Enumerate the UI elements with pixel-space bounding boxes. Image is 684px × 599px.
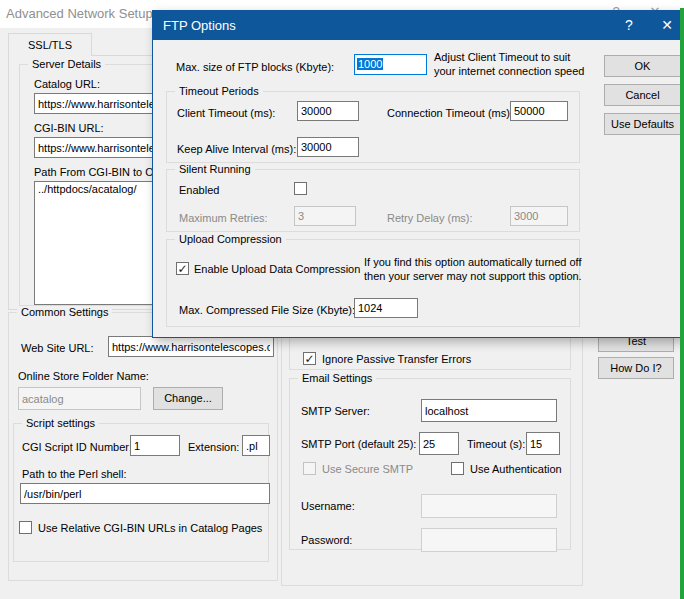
- client-timeout-input[interactable]: [297, 101, 359, 121]
- use-authentication-label: Use Authentication: [470, 463, 562, 476]
- use-authentication-checkbox[interactable]: [451, 462, 464, 475]
- secure-smtp-label: Use Secure SMTP: [322, 463, 413, 476]
- script-settings-group: Script settings CGI Script ID Number: Ex…: [13, 423, 269, 562]
- smtp-port-input[interactable]: [419, 432, 459, 455]
- secure-smtp-checkbox: [303, 462, 316, 475]
- max-ftp-blocks-label: Max. size of FTP blocks (Kbyte):: [176, 61, 334, 74]
- client-timeout-hint-line1: Adjust Client Timeout to suit: [434, 51, 570, 64]
- cancel-button[interactable]: Cancel: [604, 84, 681, 106]
- max-compressed-size-input[interactable]: [354, 298, 418, 318]
- perl-path-label: Path to the Perl shell:: [22, 468, 127, 481]
- ftp-help-button[interactable]: ?: [613, 11, 645, 40]
- extension-input[interactable]: [242, 435, 270, 456]
- relative-urls-checkbox[interactable]: [19, 521, 32, 534]
- password-label: Password:: [301, 534, 352, 547]
- username-label: Username:: [301, 500, 355, 513]
- cgi-script-id-input[interactable]: [130, 435, 180, 456]
- check-icon: ✓: [304, 352, 314, 366]
- cgibin-url-label: CGI-BIN URL:: [34, 122, 104, 135]
- maximum-retries-input: [294, 206, 356, 226]
- web-site-url-label: Web Site URL:: [21, 342, 94, 355]
- max-ftp-blocks-input[interactable]: 1000: [354, 54, 427, 75]
- enable-upload-compression-label: Enable Upload Data Compression: [194, 263, 360, 276]
- common-settings-group: Common Settings Web Site URL: Online Sto…: [8, 312, 278, 581]
- smtp-port-label: SMTP Port (default 25):: [301, 438, 416, 451]
- username-input: [421, 494, 557, 518]
- keep-alive-input[interactable]: [297, 137, 359, 157]
- enabled-label: Enabled: [179, 184, 219, 197]
- email-settings-group: Email Settings SMTP Server: SMTP Port (d…: [289, 378, 571, 550]
- retry-delay-input: [510, 206, 568, 226]
- tab-ssl-tls[interactable]: SSL/TLS: [8, 33, 92, 56]
- catalog-url-label: Catalog URL:: [34, 78, 100, 91]
- ftp-close-button[interactable]: ✕: [651, 11, 683, 40]
- connection-timeout-input[interactable]: [510, 101, 568, 121]
- password-input: [421, 528, 557, 552]
- retry-delay-label: Retry Delay (ms):: [387, 212, 473, 225]
- smtp-server-label: SMTP Server:: [301, 405, 370, 418]
- timeout-periods-group: Timeout Periods Client Timeout (ms): Con…: [166, 91, 580, 163]
- upload-compression-label: Upload Compression: [175, 233, 286, 246]
- server-details-label: Server Details: [28, 58, 105, 71]
- enable-upload-compression-checkbox[interactable]: ✓: [176, 262, 189, 275]
- ftp-dialog-title: FTP Options: [163, 18, 236, 33]
- change-button[interactable]: Change...: [153, 387, 223, 410]
- email-settings-label: Email Settings: [298, 372, 376, 385]
- upload-compression-group: Upload Compression ✓ Enable Upload Data …: [166, 239, 580, 327]
- selected-text: 1000: [357, 58, 383, 70]
- check-icon: ✓: [177, 262, 187, 276]
- smtp-timeout-label: Timeout (s):: [467, 438, 525, 451]
- smtp-server-input[interactable]: [421, 399, 557, 422]
- compression-note-line1: If you find this option automatically tu…: [364, 256, 581, 269]
- green-screen-edge: [680, 8, 684, 599]
- common-settings-label: Common Settings: [17, 306, 112, 319]
- store-folder-input: [18, 387, 141, 410]
- ignore-passive-checkbox[interactable]: ✓: [303, 352, 316, 365]
- client-timeout-hint-line2: your internet connection speed: [434, 65, 584, 78]
- ftp-dialog-titlebar[interactable]: FTP Options ? ✕: [153, 11, 683, 40]
- use-defaults-button[interactable]: Use Defaults: [604, 113, 681, 135]
- keep-alive-label: Keep Alive Interval (ms):: [177, 143, 296, 156]
- client-timeout-label: Client Timeout (ms):: [177, 107, 275, 120]
- ok-button[interactable]: OK: [604, 55, 681, 77]
- silent-running-label: Silent Running: [175, 163, 255, 176]
- store-folder-label: Online Store Folder Name:: [18, 370, 149, 383]
- advanced-network-setup-window: { "window": { "title": "Advanced Network…: [0, 0, 684, 599]
- script-settings-label: Script settings: [22, 417, 99, 430]
- compression-note-line2: then your server may not support this op…: [364, 270, 582, 283]
- ignore-passive-label: Ignore Passive Transfer Errors: [322, 353, 471, 366]
- how-do-i-button[interactable]: How Do I?: [598, 357, 674, 379]
- maximum-retries-label: Maximum Retries:: [179, 212, 268, 225]
- ftp-options-dialog: FTP Options ? ✕ Max. size of FTP blocks …: [152, 10, 684, 338]
- silent-running-enabled-checkbox[interactable]: [294, 182, 307, 195]
- timeout-periods-label: Timeout Periods: [175, 85, 263, 98]
- web-site-url-input[interactable]: [108, 336, 274, 357]
- silent-running-group: Silent Running Enabled Maximum Retries: …: [166, 169, 580, 232]
- smtp-timeout-input[interactable]: [526, 432, 560, 455]
- relative-urls-label: Use Relative CGI-BIN URLs in Catalog Pag…: [38, 522, 262, 535]
- max-compressed-size-label: Max. Compressed File Size (Kbyte):: [179, 304, 355, 317]
- connection-timeout-label: Connection Timeout (ms):: [387, 107, 513, 120]
- extension-label: Extension:: [188, 441, 239, 454]
- perl-path-input[interactable]: [20, 483, 270, 504]
- window-title: Advanced Network Setup: [6, 6, 153, 21]
- cgi-script-id-label: CGI Script ID Number:: [22, 441, 132, 454]
